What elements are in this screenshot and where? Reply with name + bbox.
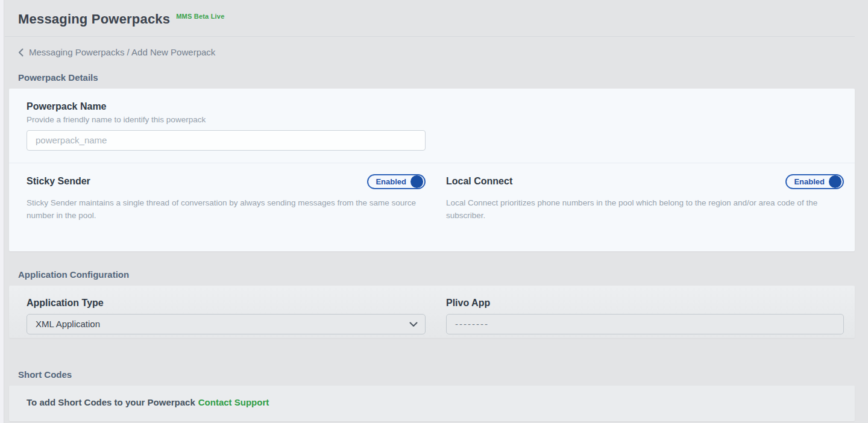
application-type-label: Application Type xyxy=(27,298,426,309)
card-divider xyxy=(9,163,855,163)
local-connect-toggle[interactable]: Enabled xyxy=(785,174,844,189)
application-type-column: Application Type XML Application xyxy=(27,298,426,334)
powerpack-name-label: Powerpack Name xyxy=(27,101,426,112)
sticky-sender-toggle[interactable]: Enabled xyxy=(367,174,426,189)
plivo-app-label: Plivo App xyxy=(446,298,844,309)
short-codes-message: To add Short Codes to your Powerpack xyxy=(27,397,195,407)
plivo-app-input[interactable] xyxy=(446,314,844,334)
page-title: Messaging Powerpacks xyxy=(18,11,170,27)
application-type-selected-value: XML Application xyxy=(36,319,100,329)
powerpack-name-help: Provide a friendly name to identify this… xyxy=(27,115,426,124)
section-heading-powerpack-details: Powerpack Details xyxy=(18,72,855,83)
contact-support-link[interactable]: Contact Support xyxy=(198,397,269,407)
toggle-knob-icon xyxy=(410,175,423,188)
breadcrumb-path: Messaging Powerpacks / Add New Powerpack xyxy=(29,47,215,57)
local-connect-toggle-state: Enabled xyxy=(794,177,825,186)
short-codes-card: To add Short Codes to your PowerpackCont… xyxy=(9,386,855,421)
toggle-knob-icon xyxy=(829,175,841,188)
chevron-down-icon xyxy=(409,319,418,329)
mms-beta-badge: MMS Beta Live xyxy=(176,13,224,20)
plivo-app-column: Plivo App xyxy=(446,298,844,334)
section-heading-application-configuration: Application Configuration xyxy=(18,269,855,280)
section-heading-short-codes: Short Codes xyxy=(18,369,855,380)
chevron-left-icon xyxy=(18,48,24,57)
main-content: Messaging Powerpacks MMS Beta Live Messa… xyxy=(5,0,868,421)
sticky-sender-column: Sticky Sender Enabled Sticky Sender main… xyxy=(27,174,426,222)
toggle-row: Sticky Sender Enabled Sticky Sender main… xyxy=(27,174,844,222)
local-connect-column: Local Connect Enabled Local Connect prio… xyxy=(446,174,844,222)
powerpack-details-card: Powerpack Name Provide a friendly name t… xyxy=(9,89,855,251)
local-connect-description: Local Connect prioritizes phone numbers … xyxy=(446,196,844,222)
application-type-select[interactable]: XML Application xyxy=(27,314,426,334)
powerpack-name-input[interactable] xyxy=(27,130,426,151)
page-header: Messaging Powerpacks MMS Beta Live xyxy=(5,0,855,37)
local-connect-label: Local Connect xyxy=(446,176,512,187)
sticky-sender-label: Sticky Sender xyxy=(27,176,90,187)
sidebar-edge xyxy=(0,0,4,423)
application-configuration-card: Application Type XML Application Plivo A… xyxy=(9,286,855,338)
sticky-sender-toggle-state: Enabled xyxy=(376,177,406,186)
sticky-sender-description: Sticky Sender maintains a single thread … xyxy=(27,196,426,222)
breadcrumb[interactable]: Messaging Powerpacks / Add New Powerpack xyxy=(18,47,215,57)
powerpack-name-block: Powerpack Name Provide a friendly name t… xyxy=(27,101,426,151)
